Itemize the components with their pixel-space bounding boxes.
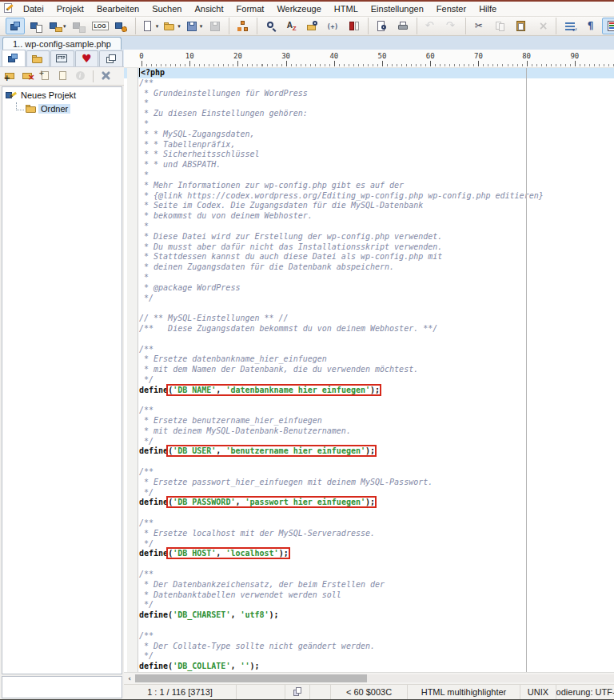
code-line[interactable]: * Ersetze datenbankname_hier_einfuegen xyxy=(124,354,614,365)
paste-button[interactable] xyxy=(512,18,531,34)
copy-button[interactable] xyxy=(491,18,510,34)
code-line[interactable]: * Ersetze localhost mit der MySQL-Server… xyxy=(124,529,614,539)
menu-item-werkzeuge[interactable]: Werkzeuge xyxy=(270,3,327,14)
project-log-button[interactable]: LOG xyxy=(90,18,110,34)
undo-button[interactable] xyxy=(421,18,441,34)
code-line[interactable] xyxy=(124,621,614,631)
code-line[interactable]: /** xyxy=(124,518,614,529)
code-line[interactable]: * bekommst du von deinem Webhoster. xyxy=(124,211,614,222)
new-note-button[interactable] xyxy=(55,69,71,84)
sidebar-tab-files[interactable] xyxy=(26,50,50,66)
code-line[interactable]: * Du musst aber dafür nicht das Installa… xyxy=(124,242,614,253)
code-line[interactable]: define('DB_USER', 'benutzername_hier_ein… xyxy=(124,446,614,457)
code-line[interactable]: /** xyxy=(124,467,614,478)
tree-item-ordner[interactable]: Ordner xyxy=(2,102,122,114)
menu-item-suchen[interactable]: Suchen xyxy=(146,3,188,14)
add-note-button[interactable] xyxy=(38,69,54,84)
code-line[interactable]: */ xyxy=(124,539,614,550)
code-line[interactable]: define('DB_COLLATE', ''); xyxy=(124,662,614,672)
sidebar-tab-ftp[interactable] xyxy=(50,50,74,66)
code-line[interactable]: * mit dem Namen der Datenbank, die du ve… xyxy=(124,365,614,375)
tab-wp-config-sample[interactable]: 1.. wp-config-sample.php xyxy=(2,37,122,50)
code-line[interactable]: * xyxy=(124,98,614,109)
code-line[interactable]: /** xyxy=(124,406,614,416)
code-line[interactable]: */ xyxy=(124,600,614,610)
open-file-button[interactable]: ▾ xyxy=(161,18,182,34)
save-file-button[interactable]: ▾ xyxy=(184,18,205,34)
code-line[interactable]: * @package WordPress xyxy=(124,283,614,294)
menu-item-hilfe[interactable]: Hilfe xyxy=(472,3,503,14)
code-line[interactable]: * Stattdessen kannst du auch diese Datei… xyxy=(124,252,614,262)
code-line[interactable]: <?php xyxy=(124,68,614,78)
info-button[interactable] xyxy=(73,69,89,84)
code-line[interactable] xyxy=(124,334,614,345)
code-line[interactable] xyxy=(124,457,614,467)
code-line[interactable] xyxy=(124,508,614,518)
menu-item-einstellungen[interactable]: Einstellungen xyxy=(365,3,430,14)
new-file-button[interactable]: ▾ xyxy=(140,18,161,34)
chevron-down-icon[interactable]: ▾ xyxy=(63,23,66,30)
menu-item-html[interactable]: HTML xyxy=(328,3,365,14)
menu-item-datei[interactable]: Datei xyxy=(17,3,50,14)
tree-item-neues-projekt[interactable]: Neues Projekt xyxy=(2,89,122,101)
scrollbar-track[interactable] xyxy=(367,674,614,682)
indent-button[interactable] xyxy=(560,18,580,34)
sidebar-tab-projects[interactable] xyxy=(2,50,26,66)
preview-button[interactable] xyxy=(373,18,392,34)
code-line[interactable]: /** xyxy=(124,345,614,355)
code-line[interactable]: */ xyxy=(124,437,614,447)
code-line[interactable]: /** xyxy=(124,78,614,89)
code-line[interactable]: * Mehr Informationen zur wp-config.php g… xyxy=(124,181,614,191)
project-tools-button[interactable] xyxy=(98,69,114,84)
code-line[interactable]: * Grundeinstellungen für WordPress xyxy=(124,89,614,99)
code-line[interactable]: */ xyxy=(124,488,614,498)
code-line[interactable]: * * Tabellenpräfix, xyxy=(124,140,614,150)
menu-item-fenster[interactable]: Fenster xyxy=(430,3,472,14)
code-line[interactable]: // ** MySQL-Einstellungen ** // xyxy=(124,314,614,324)
code-line[interactable]: * * und ABSPATH. xyxy=(124,160,614,170)
code-line[interactable]: * xyxy=(124,119,614,130)
code-line[interactable]: * xyxy=(124,222,614,232)
code-line[interactable]: /** Diese Zugangsdaten bekommst du von d… xyxy=(124,324,614,334)
replace-button[interactable] xyxy=(282,18,301,34)
code-line[interactable]: * Zu diesen Einstellungen gehören: xyxy=(124,109,614,119)
code-line[interactable]: define('DB_PASSWORD', 'passwort_hier_ein… xyxy=(124,498,614,508)
horizontal-scrollbar[interactable]: ‹ xyxy=(124,672,614,684)
code-line[interactable]: * mit deinem MySQL-Datenbank-Benutzernam… xyxy=(124,426,614,437)
code-line[interactable]: * Der Collate-Type sollte nicht geändert… xyxy=(124,642,614,652)
code-line[interactable]: * Seite im Codex. Die Zugangsdaten für d… xyxy=(124,201,614,211)
code-line[interactable]: * * MySQL-Zugangsdaten, xyxy=(124,130,614,140)
code-line[interactable] xyxy=(124,559,614,570)
code-line[interactable]: */ xyxy=(124,651,614,662)
insert-tag-button[interactable] xyxy=(324,18,343,34)
scroll-left-arrow-icon[interactable]: ‹ xyxy=(124,674,135,684)
project-settings-button[interactable] xyxy=(112,18,131,34)
scrollbar-thumb[interactable] xyxy=(135,674,367,682)
code-line[interactable]: * {@link https://codex.wordpress.org/Edi… xyxy=(124,191,614,202)
code-line[interactable]: define('DB_CHARSET', 'utf8'); xyxy=(124,610,614,621)
structure-view-button[interactable] xyxy=(233,18,253,34)
code-line[interactable]: */ xyxy=(124,375,614,386)
remove-folder-button[interactable] xyxy=(20,69,36,84)
code-line[interactable]: * * Sicherheitsschlüssel xyxy=(124,150,614,160)
code-line[interactable]: /** xyxy=(124,570,614,580)
delete-button[interactable] xyxy=(532,18,552,34)
projects-view-button[interactable] xyxy=(6,18,25,34)
chevron-down-icon[interactable]: ▾ xyxy=(200,23,203,30)
chevron-down-icon[interactable]: ▾ xyxy=(156,23,159,30)
redo-button[interactable] xyxy=(442,18,461,34)
multihighlighter-button[interactable] xyxy=(602,18,614,34)
menu-item-ansicht[interactable]: Ansicht xyxy=(188,3,229,14)
project-add-button[interactable]: ▾ xyxy=(47,18,68,34)
save-all-button[interactable] xyxy=(205,18,225,34)
code-line[interactable]: /** xyxy=(124,631,614,642)
menu-item-format[interactable]: Format xyxy=(230,3,271,14)
add-folder-button[interactable] xyxy=(2,69,18,84)
sidebar-tab-favorites[interactable] xyxy=(75,50,99,66)
project-save-button[interactable] xyxy=(70,18,89,34)
code-line[interactable]: * Ersetze passwort_hier_einfuegen mit de… xyxy=(124,478,614,488)
show-paragraphs-button[interactable] xyxy=(581,18,600,34)
code-line[interactable]: * xyxy=(124,273,614,283)
search-button[interactable] xyxy=(261,18,281,34)
project-new-file-button[interactable] xyxy=(26,18,46,34)
